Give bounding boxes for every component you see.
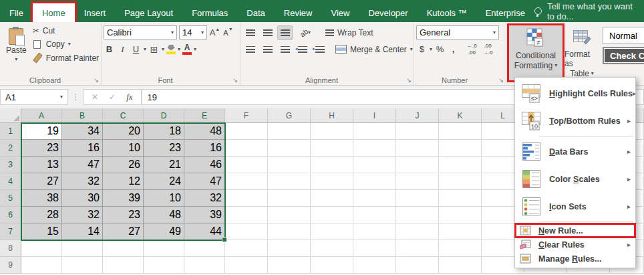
dialog-launcher-icon[interactable]: ↘: [232, 77, 238, 84]
style-check-cell[interactable]: Check Cell: [603, 47, 644, 64]
tab-review[interactable]: Review: [275, 3, 322, 22]
cell-H5[interactable]: [311, 190, 353, 207]
cell-F5[interactable]: [225, 190, 268, 207]
font-size-select[interactable]: 14 ▾: [179, 25, 207, 39]
select-all-button[interactable]: [0, 108, 21, 123]
cell-B2[interactable]: 16: [62, 140, 103, 157]
menu-item-data-bars[interactable]: Data Bars▸: [515, 138, 635, 165]
cell-J2[interactable]: [396, 140, 439, 157]
cell-A4[interactable]: 27: [21, 173, 62, 190]
cell-J6[interactable]: [396, 207, 439, 223]
menu-item-manage-rules[interactable]: Manage Rules...: [515, 252, 635, 266]
cell-F1[interactable]: [225, 123, 268, 140]
insert-function-icon[interactable]: fx: [126, 92, 132, 102]
decrease-decimal-button[interactable]: .00 →.0: [481, 43, 495, 55]
cut-button[interactable]: ✂ Cut: [31, 24, 101, 37]
cell-A7[interactable]: 15: [21, 223, 62, 240]
formula-bar-splitter[interactable]: ⋮: [71, 92, 79, 102]
cell-J8[interactable]: [396, 240, 439, 257]
currency-button[interactable]: $: [416, 43, 428, 56]
cell-H6[interactable]: [311, 207, 353, 223]
cell-G1[interactable]: [268, 123, 311, 140]
cell-E6[interactable]: 39: [184, 207, 225, 223]
cell-E9[interactable]: [184, 257, 225, 274]
orientation-button[interactable]: ab ▾: [295, 25, 316, 40]
cell-K5[interactable]: [439, 190, 482, 207]
align-left-button[interactable]: [243, 42, 258, 57]
decrease-indent-button[interactable]: ◂: [295, 42, 310, 57]
cell-F8[interactable]: [225, 240, 268, 257]
tab-page-layout[interactable]: Page Layout: [115, 3, 182, 22]
cell-C2[interactable]: 10: [103, 140, 144, 157]
cell-A5[interactable]: 38: [21, 190, 62, 207]
cell-H1[interactable]: [311, 123, 353, 140]
cell-K3[interactable]: [439, 157, 482, 173]
tab-view[interactable]: View: [321, 3, 359, 22]
column-header-K[interactable]: K: [439, 108, 482, 123]
cell-G5[interactable]: [268, 190, 311, 207]
cell-A8[interactable]: [21, 240, 62, 257]
cell-G9[interactable]: [268, 257, 311, 274]
column-header-F[interactable]: F: [225, 108, 268, 123]
cell-I5[interactable]: [353, 190, 396, 207]
cell-K4[interactable]: [439, 173, 482, 190]
number-format-select[interactable]: General ▾: [416, 25, 499, 39]
fill-color-button[interactable]: [166, 45, 176, 54]
cell-E8[interactable]: [184, 240, 225, 257]
cell-E7[interactable]: 44: [184, 223, 225, 240]
tab-developer[interactable]: Developer: [359, 3, 417, 22]
dialog-launcher-icon[interactable]: ↘: [94, 77, 99, 84]
increase-decimal-button[interactable]: ←.0 .00: [465, 43, 479, 55]
column-header-C[interactable]: C: [103, 108, 144, 123]
cell-C7[interactable]: 27: [103, 223, 144, 240]
row-header-2[interactable]: 2: [0, 140, 21, 157]
cell-H4[interactable]: [311, 173, 353, 190]
cell-I6[interactable]: [353, 207, 396, 223]
cell-C4[interactable]: 12: [103, 173, 144, 190]
cell-F9[interactable]: [225, 257, 268, 274]
menu-item-highlight-cells-rules[interactable]: ≤>Highlight Cells Rules▸: [515, 80, 635, 107]
cell-K9[interactable]: [439, 257, 482, 274]
cell-E2[interactable]: 16: [184, 140, 225, 157]
paste-button[interactable]: Paste ▾: [2, 24, 31, 65]
cell-I3[interactable]: [353, 157, 396, 173]
cell-A1[interactable]: 19: [21, 123, 62, 140]
fill-handle[interactable]: [222, 237, 227, 242]
cell-F7[interactable]: [225, 223, 268, 240]
tell-me-box[interactable]: Tell me what you want to do...: [534, 0, 644, 22]
cell-D8[interactable]: [144, 240, 184, 257]
cell-G4[interactable]: [268, 173, 311, 190]
cell-D3[interactable]: 21: [144, 157, 184, 173]
conditional-formatting-button[interactable]: ≠ Conditional Formatting▾: [508, 25, 563, 81]
cell-D5[interactable]: 10: [144, 190, 184, 207]
italic-button[interactable]: I: [117, 43, 128, 56]
cell-J3[interactable]: [396, 157, 439, 173]
cell-B4[interactable]: 32: [62, 173, 103, 190]
format-as-table-button[interactable]: Format as Table▾: [565, 25, 599, 81]
cell-H2[interactable]: [311, 140, 353, 157]
cell-I2[interactable]: [353, 140, 396, 157]
cell-C8[interactable]: [103, 240, 144, 257]
cell-G7[interactable]: [268, 223, 311, 240]
cell-H3[interactable]: [311, 157, 353, 173]
row-header-5[interactable]: 5: [0, 190, 21, 207]
enter-icon[interactable]: ✓: [109, 92, 116, 102]
cell-D2[interactable]: 23: [144, 140, 184, 157]
tab-home[interactable]: Home: [33, 3, 75, 22]
cell-B9[interactable]: [62, 257, 103, 274]
tab-kutools[interactable]: Kutools ™: [418, 3, 476, 22]
column-header-D[interactable]: D: [144, 108, 184, 123]
format-painter-button[interactable]: Format Painter: [31, 51, 101, 65]
grow-font-button[interactable]: A▲: [209, 26, 220, 39]
cell-J7[interactable]: [396, 223, 439, 240]
menu-item-color-scales[interactable]: Color Scales▸: [515, 165, 635, 193]
tab-enterprise[interactable]: Enterprise: [476, 3, 534, 22]
row-header-1[interactable]: 1: [0, 123, 21, 140]
cell-C6[interactable]: 23: [103, 207, 144, 223]
cell-G8[interactable]: [268, 240, 311, 257]
row-header-7[interactable]: 7: [0, 223, 21, 240]
cell-J1[interactable]: [396, 123, 439, 140]
merge-center-button[interactable]: Merge & Center ▾: [333, 43, 415, 56]
cell-B8[interactable]: [62, 240, 103, 257]
cell-A9[interactable]: [21, 257, 62, 274]
